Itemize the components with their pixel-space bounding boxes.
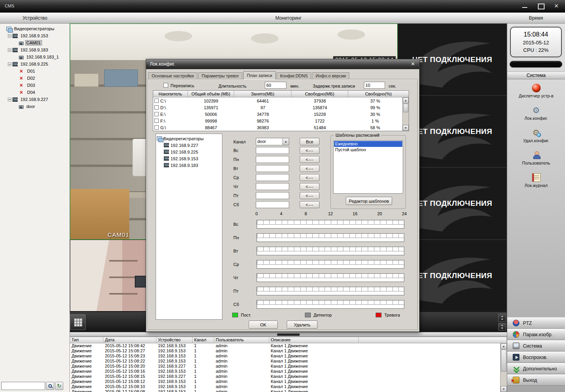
channel-select[interactable]: door: [256, 138, 289, 145]
log-column-header[interactable]: Устройство: [156, 337, 193, 343]
timeline-grid[interactable]: [257, 220, 404, 229]
scroll-up-icon[interactable]: [501, 343, 507, 349]
apply-template-button[interactable]: <---: [300, 201, 319, 208]
refresh-button[interactable]: [55, 382, 63, 390]
tree-item[interactable]: Видеорегистраторы: [1, 25, 69, 32]
scroll-down-icon[interactable]: [403, 125, 409, 131]
tree-item[interactable]: 192.168.9.227: [1, 96, 69, 103]
dialog-tree-root[interactable]: Видеорегистраторы: [157, 135, 221, 142]
disk-row[interactable]: C:\ 102399 64461 37938 37 %: [153, 97, 402, 104]
nav-button[interactable]: Дополнительно: [507, 363, 565, 374]
timeline-grid[interactable]: [257, 233, 404, 242]
tree-expander-icon[interactable]: [8, 62, 11, 66]
timeline-grid[interactable]: [257, 273, 404, 282]
delete-button[interactable]: Удалить: [287, 321, 317, 329]
close-button[interactable]: [552, 2, 561, 10]
day-template-input[interactable]: [256, 201, 289, 208]
log-row[interactable]: Движение 2015-05-12 15:08:22 192.168.9.1…: [70, 359, 500, 364]
apply-template-button[interactable]: <---: [300, 192, 319, 199]
tree-item[interactable]: D03: [1, 82, 69, 89]
page-up-button[interactable]: [498, 313, 506, 322]
menu-monitoring[interactable]: Мониторинг: [70, 15, 507, 21]
system-menu-item[interactable]: Лок.конфиг.: [507, 103, 565, 126]
timeline-grid[interactable]: [257, 247, 404, 255]
template-editor-button[interactable]: Редактор шаблонов: [346, 197, 392, 205]
apply-template-button[interactable]: <---: [300, 165, 319, 172]
tree-expander-icon[interactable]: [8, 34, 11, 38]
apply-template-button[interactable]: <---: [300, 174, 319, 181]
disk-checkbox[interactable]: [154, 125, 159, 130]
dialog-tab[interactable]: Конфиг.DDNS: [277, 72, 312, 79]
nav-button[interactable]: Система: [507, 340, 565, 352]
dialog-title-bar[interactable]: Лок.конфиг.: [146, 59, 419, 69]
chevron-down-icon[interactable]: [282, 138, 289, 145]
log-column-header[interactable]: Тип: [70, 337, 103, 343]
day-template-input[interactable]: [256, 156, 289, 163]
log-column-header[interactable]: Канал: [193, 337, 214, 343]
template-list-item[interactable]: Ежедневно: [334, 141, 402, 147]
day-template-input[interactable]: [256, 147, 289, 154]
disk-column-header[interactable]: Занято(МБ): [234, 91, 292, 97]
apply-template-button[interactable]: <---: [300, 183, 319, 190]
menu-device[interactable]: Устройство: [0, 15, 70, 21]
horizontal-splitter[interactable]: [70, 332, 507, 337]
tree-item[interactable]: door: [1, 103, 69, 110]
day-template-input[interactable]: [256, 192, 289, 199]
template-list-item[interactable]: Пустой шаблон: [334, 147, 402, 153]
scroll-down-icon[interactable]: [501, 386, 507, 392]
disk-checkbox[interactable]: [154, 112, 159, 116]
apply-template-button[interactable]: <---: [300, 147, 319, 154]
tree-item[interactable]: 192.168.9.225: [1, 60, 69, 68]
day-template-input[interactable]: [256, 183, 289, 190]
dialog-tab[interactable]: План записи: [243, 71, 275, 79]
nav-button[interactable]: Воспроизв.: [507, 352, 565, 363]
log-row[interactable]: Движение 2015-05-12 15:08:16 192.168.9.1…: [70, 369, 500, 374]
tree-item[interactable]: D04: [1, 89, 69, 96]
day-template-input[interactable]: [256, 165, 289, 172]
tree-item[interactable]: D01: [1, 68, 69, 75]
log-row[interactable]: Движение 2015-05-12 15:08:20 192.168.9.2…: [70, 364, 500, 369]
ok-button[interactable]: OK: [249, 321, 278, 329]
dialog-tab[interactable]: Инфо.о версии: [312, 72, 349, 79]
log-column-header[interactable]: Пользователь: [214, 337, 269, 343]
system-menu-item[interactable]: Диспетчер устр-в: [507, 81, 565, 103]
scrollbar-thumb[interactable]: [403, 104, 408, 112]
all-channels-button[interactable]: Все: [300, 138, 319, 145]
timeline-grid[interactable]: [257, 260, 404, 269]
log-column-header[interactable]: Дата: [103, 337, 156, 343]
disk-checkbox[interactable]: [154, 105, 159, 110]
disk-row[interactable]: G:\ 88467 36983 51484 58 %: [153, 124, 402, 131]
log-column-header[interactable]: [359, 337, 507, 343]
tree-item[interactable]: 192.168.9.153: [1, 32, 69, 39]
system-menu-item[interactable]: Пользователь: [507, 148, 565, 170]
dialog-tab[interactable]: Основные настройки: [148, 72, 197, 79]
tree-item[interactable]: 192.168.9.183: [1, 46, 69, 53]
log-row[interactable]: Движение 2015-05-12 15:08:10 192.168.9.1…: [70, 384, 500, 389]
tree-item[interactable]: D02: [1, 75, 69, 82]
layout-button[interactable]: [70, 314, 86, 330]
log-row[interactable]: Движение 2015-05-12 15:08:15 192.168.9.2…: [70, 374, 500, 379]
day-template-input[interactable]: [256, 174, 289, 181]
duration-input[interactable]: [265, 82, 286, 89]
menu-time[interactable]: Время: [507, 15, 565, 21]
disk-row[interactable]: D:\ 135971 97 135874 99 %: [153, 104, 402, 111]
log-row[interactable]: Движение 2015-05-12 15:08:42 192.168.9.1…: [70, 343, 500, 348]
timeline-grid[interactable]: [257, 287, 404, 295]
scroll-up-icon[interactable]: [403, 97, 409, 103]
system-menu-item[interactable]: Лок.журнал: [507, 170, 565, 193]
nav-button[interactable]: PTZ: [507, 317, 565, 329]
splitter-grip[interactable]: [277, 333, 300, 336]
overwrite-checkbox[interactable]: [163, 83, 168, 88]
scrollbar-thumb[interactable]: [501, 350, 506, 372]
system-menu-item[interactable]: Удал.конфиг.: [507, 126, 565, 148]
dialog-close-button[interactable]: [409, 61, 416, 68]
apply-template-button[interactable]: <---: [300, 156, 319, 163]
disk-column-header[interactable]: Свободно(%): [348, 91, 409, 97]
nav-button[interactable]: Выход: [507, 374, 565, 386]
search-input[interactable]: [1, 382, 45, 390]
timeline-grid[interactable]: [257, 300, 404, 309]
maximize-button[interactable]: [536, 2, 545, 10]
search-button[interactable]: [46, 382, 54, 390]
log-row[interactable]: Движение 2015-05-12 15:08:08 192.168.9.1…: [70, 389, 500, 392]
log-row[interactable]: Движение 2015-05-12 15:08:27 192.168.9.1…: [70, 348, 500, 354]
